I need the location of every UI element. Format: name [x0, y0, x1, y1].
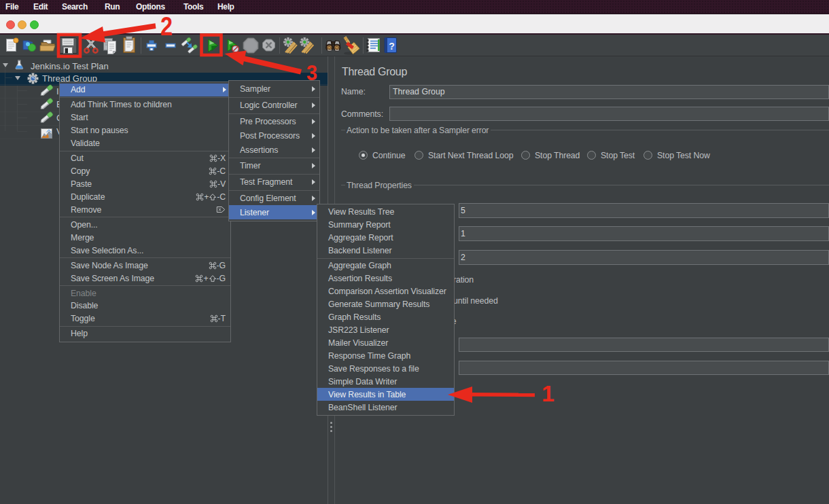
svg-text:1: 1 — [542, 380, 554, 406]
svg-text:?: ? — [389, 41, 395, 52]
